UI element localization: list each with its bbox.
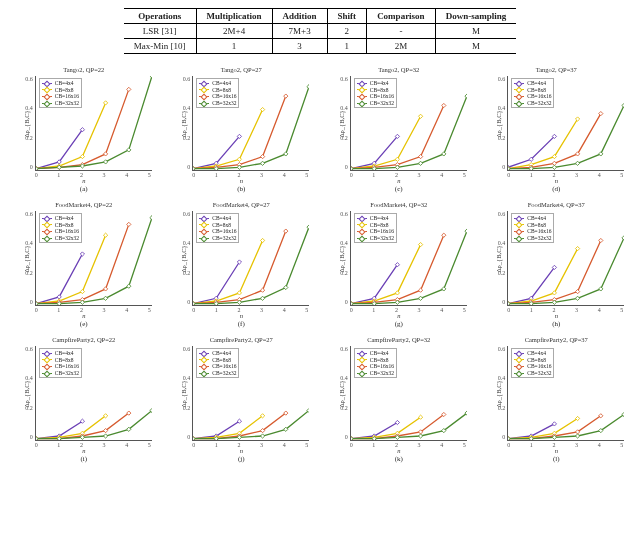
legend-item: CB=32x32 xyxy=(357,370,394,377)
series-marker xyxy=(576,161,580,165)
legend-marker-icon xyxy=(42,218,52,219)
legend-marker-icon xyxy=(42,83,52,84)
series-marker xyxy=(284,152,288,156)
y-ticks: 0.60.40.20 xyxy=(178,76,190,170)
chart-title: Tango2, QP=27 xyxy=(168,66,314,73)
legend-label: CB=8x8 xyxy=(212,87,231,94)
chart-panel-l: CampfireParty2, QP=37Δρ_{B,C}0.60.40.20C… xyxy=(481,334,633,463)
legend-label: CB=16x16 xyxy=(55,363,79,370)
legend-item: CB=4x4 xyxy=(357,80,394,87)
panel-caption: (i) xyxy=(80,455,87,463)
legend-label: CB=32x32 xyxy=(55,100,79,107)
legend-marker-icon xyxy=(199,231,209,232)
series-marker xyxy=(36,167,38,170)
legend-label: CB=16x16 xyxy=(55,228,79,235)
legend-label: CB=4x4 xyxy=(55,80,74,87)
series-marker xyxy=(576,289,580,293)
legend-item: CB=32x32 xyxy=(199,100,236,107)
chart-title: FoodMarket4, QP=32 xyxy=(326,201,472,208)
legend: CB=4x4CB=8x8CB=16x16CB=32x32 xyxy=(39,348,82,378)
cell: M xyxy=(435,39,516,54)
legend-marker-icon xyxy=(514,224,524,225)
chart-panel-i: CampfireParty2, QP=22Δρ_{B,C}0.60.40.20C… xyxy=(8,334,160,463)
legend-marker-icon xyxy=(42,224,52,225)
cell: 1 xyxy=(327,39,367,54)
y-ticks: 0.60.40.20 xyxy=(178,211,190,305)
panel-caption: (j) xyxy=(238,455,245,463)
legend-item: CB=4x4 xyxy=(199,350,236,357)
legend-label: CB=32x32 xyxy=(370,235,394,242)
chart-box: Tango2, QP=22Δρ_{B,C}0.60.40.20CB=4x4CB=… xyxy=(11,64,157,184)
series-marker xyxy=(465,229,467,233)
legend-label: CB=16x16 xyxy=(370,363,394,370)
legend-marker-icon xyxy=(42,353,52,354)
series-line xyxy=(351,417,421,439)
legend-marker-icon xyxy=(199,353,209,354)
legend-marker-icon xyxy=(199,103,209,104)
series-marker xyxy=(80,154,84,158)
x-axis-label: n xyxy=(168,312,314,319)
chart-box: CampfireParty2, QP=22Δρ_{B,C}0.60.40.20C… xyxy=(11,334,157,454)
legend-item: CB=16x16 xyxy=(357,363,394,370)
chart-title: Tango2, QP=37 xyxy=(483,66,629,73)
legend-item: CB=32x32 xyxy=(514,100,551,107)
legend-label: CB=4x4 xyxy=(370,215,389,222)
series-marker xyxy=(576,434,580,438)
legend: CB=4x4CB=8x8CB=16x16CB=32x32 xyxy=(511,348,554,378)
legend-label: CB=4x4 xyxy=(527,350,546,357)
chart-title: FoodMarket4, QP=27 xyxy=(168,201,314,208)
legend-marker-icon xyxy=(42,96,52,97)
legend-item: CB=4x4 xyxy=(42,80,79,87)
legend-marker-icon xyxy=(514,238,524,239)
x-axis-label: n xyxy=(483,447,629,454)
series-marker xyxy=(126,222,130,226)
legend-label: CB=8x8 xyxy=(370,87,389,94)
chart-box: FoodMarket4, QP=22Δρ_{B,C}0.60.40.20CB=4… xyxy=(11,199,157,319)
legend-marker-icon xyxy=(42,359,52,360)
x-axis-label: n xyxy=(168,447,314,454)
series-marker xyxy=(261,161,265,165)
legend-item: CB=16x16 xyxy=(514,228,551,235)
legend-label: CB=16x16 xyxy=(527,228,551,235)
series-marker xyxy=(441,233,445,237)
chart-panel-h: FoodMarket4, QP=37Δρ_{B,C}0.60.40.20CB=4… xyxy=(481,199,633,328)
legend-label: CB=4x4 xyxy=(212,215,231,222)
legend: CB=4x4CB=8x8CB=16x16CB=32x32 xyxy=(511,213,554,243)
series-marker xyxy=(261,434,265,438)
series-line xyxy=(36,416,106,439)
legend-item: CB=8x8 xyxy=(42,222,79,229)
chart-panel-b: Tango2, QP=27Δρ_{B,C}0.60.40.20CB=4x4CB=… xyxy=(166,64,318,193)
legend-marker-icon xyxy=(514,359,524,360)
legend-item: CB=8x8 xyxy=(199,222,236,229)
row-name: LSR [31] xyxy=(124,24,196,39)
y-ticks: 0.60.40.20 xyxy=(493,211,505,305)
legend-marker-icon xyxy=(514,218,524,219)
legend-item: CB=16x16 xyxy=(199,363,236,370)
series-marker xyxy=(36,302,38,305)
chart-panel-j: CampfireParty2, QP=27Δρ_{B,C}0.60.40.20C… xyxy=(166,334,318,463)
legend-label: CB=16x16 xyxy=(527,93,551,100)
legend-marker-icon xyxy=(199,359,209,360)
legend-label: CB=4x4 xyxy=(55,215,74,222)
y-ticks: 0.60.40.20 xyxy=(493,346,505,440)
cell: M xyxy=(435,24,516,39)
x-axis-label: n xyxy=(326,177,472,184)
legend-label: CB=32x32 xyxy=(212,370,236,377)
chart-panel-f: FoodMarket4, QP=27Δρ_{B,C}0.60.40.20CB=4… xyxy=(166,199,318,328)
legend-marker-icon xyxy=(42,103,52,104)
legend-marker-icon xyxy=(357,89,367,90)
x-axis-label: n xyxy=(11,447,157,454)
legend-marker-icon xyxy=(42,89,52,90)
series-marker xyxy=(576,296,580,300)
legend-marker-icon xyxy=(357,353,367,354)
y-ticks: 0.60.40.20 xyxy=(493,76,505,170)
legend: CB=4x4CB=8x8CB=16x16CB=32x32 xyxy=(354,348,397,378)
legend-item: CB=32x32 xyxy=(42,100,79,107)
legend-item: CB=32x32 xyxy=(357,100,394,107)
series-marker xyxy=(418,161,422,165)
legend-item: CB=32x32 xyxy=(42,235,79,242)
series-marker xyxy=(126,87,130,91)
series-marker xyxy=(553,300,557,304)
legend-item: CB=4x4 xyxy=(514,350,551,357)
cell: 7M+3 xyxy=(272,24,327,39)
